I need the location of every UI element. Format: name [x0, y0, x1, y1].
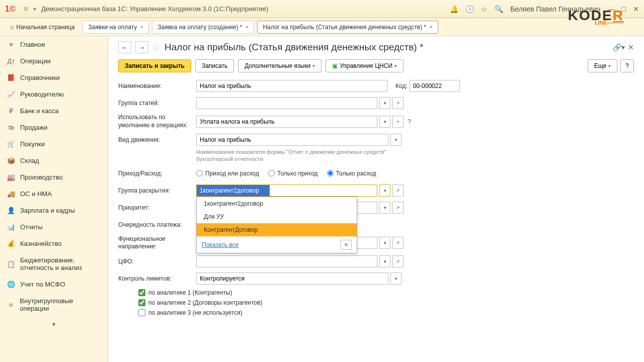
radio-both[interactable]: Приход или расход	[196, 170, 259, 177]
search-icon[interactable]: 🔍	[495, 5, 503, 13]
favorite-icon[interactable]: ☆	[152, 42, 160, 53]
add-button[interactable]: +	[341, 240, 352, 250]
open-icon[interactable]: ↗	[392, 202, 404, 214]
limit-label: Контроль лимитов:	[118, 275, 196, 282]
close-icon[interactable]: ✕	[633, 5, 639, 13]
dropdown-icon[interactable]: ▾	[379, 237, 390, 249]
home-tab[interactable]: ⌂ Начальная страница	[5, 21, 79, 34]
forward-button[interactable]: →	[135, 41, 148, 53]
sidebar-icon: 💰	[7, 240, 15, 247]
radio-in[interactable]: Только приход	[268, 170, 318, 177]
dropdown-item[interactable]: КонтрагентДоговор	[197, 223, 357, 236]
sidebar-item[interactable]: 📊Отчеты	[0, 219, 108, 235]
open-icon[interactable]: ↗	[392, 185, 404, 197]
languages-button[interactable]: Дополнительные языки	[238, 59, 321, 72]
default-op-input[interactable]	[196, 116, 377, 128]
sidebar-label: Продажи	[20, 124, 47, 131]
sidebar-item[interactable]: 🚚ОС и НМА	[0, 186, 108, 202]
sidebar-item[interactable]: 🛒Покупки	[0, 136, 108, 152]
logo-1c-icon: 1©	[5, 5, 16, 14]
dropdown-icon[interactable]: ▾	[33, 6, 36, 13]
limit-input[interactable]	[196, 273, 388, 285]
close-icon[interactable]: ×	[429, 24, 433, 31]
cnsi-button[interactable]: ▣ Управление ЦНСИ	[326, 59, 404, 72]
dropdown-icon[interactable]: ▾	[379, 185, 390, 197]
bell-icon[interactable]: 🔔	[450, 5, 458, 13]
dropdown-icon[interactable]: ▾	[379, 116, 390, 128]
in-out-label: Приход/Расход:	[118, 170, 196, 177]
help-icon[interactable]: ?	[408, 118, 411, 125]
radio-out[interactable]: Только расход	[327, 170, 376, 177]
sidebar-item[interactable]: 👤Зарплата и кадры	[0, 202, 108, 219]
group-input[interactable]	[196, 97, 377, 109]
toolbar: Записать и закрыть Записать Дополнительн…	[118, 59, 634, 72]
help-button[interactable]: ?	[620, 59, 634, 72]
priority-label: Приоритет:	[118, 204, 196, 211]
cfo-input[interactable]	[196, 255, 377, 267]
analytics2-checkbox[interactable]	[138, 299, 145, 306]
dropdown-icon[interactable]: ▾	[379, 202, 390, 214]
sidebar-item[interactable]: 🌐Учет по МСФО	[0, 276, 108, 293]
more-button[interactable]: Еще	[588, 59, 617, 72]
name-input[interactable]	[196, 80, 387, 92]
content: ← → ☆ Налог на прибыль (Статья движения …	[108, 36, 644, 362]
dropdown-item[interactable]: 1контрагент2договор	[197, 197, 357, 210]
user-name[interactable]: Беляев Павел Геннадьевич	[510, 5, 600, 13]
movement-input[interactable]	[196, 134, 388, 146]
sidebar-item[interactable]: 🏭Производство	[0, 169, 108, 186]
save-button[interactable]: Записать	[195, 59, 234, 72]
tab-request-new[interactable]: Заявка на оплату (создание) *×	[152, 21, 254, 34]
menu-icon[interactable]: ≡	[24, 5, 28, 14]
titlebar: 1© ≡ ▾ Демонстрационная база 1С: Управле…	[0, 0, 644, 18]
show-all-link[interactable]: Показать все	[202, 241, 238, 248]
sidebar-item[interactable]: 🛍Продажи	[0, 119, 108, 136]
cfo-label: ЦФО:	[118, 258, 196, 265]
dropdown-icon[interactable]: ▾	[379, 255, 390, 267]
code-input[interactable]	[410, 80, 460, 92]
sidebar-item[interactable]: 📕Справочники	[0, 69, 108, 86]
history-icon[interactable]: 🕓	[465, 5, 474, 13]
open-icon[interactable]: ↗	[392, 237, 404, 249]
sidebar-item[interactable]: 📦Склад	[0, 152, 108, 169]
close-icon[interactable]: ×	[140, 24, 143, 31]
disclosure-input[interactable]	[196, 185, 377, 197]
dropdown-item[interactable]: Для УУ	[197, 210, 357, 223]
clear-icon[interactable]: ×	[392, 116, 404, 128]
open-icon[interactable]: ↗	[392, 255, 404, 267]
minimize-icon[interactable]: —	[608, 5, 615, 13]
dropdown-icon[interactable]: ▾	[379, 97, 390, 109]
sidebar-expand[interactable]: ▾	[0, 317, 108, 332]
dropdown-icon[interactable]: ▾	[390, 134, 401, 146]
group-label: Группа статей:	[118, 100, 196, 107]
sidebar-item[interactable]: 📋Бюджетирование, отчетность и анализ	[0, 252, 108, 276]
dropdown-icon[interactable]: ▾	[390, 273, 401, 285]
analytics3-checkbox[interactable]	[138, 309, 145, 316]
tab-tax[interactable]: Налог на прибыль (Статья движения денежн…	[257, 21, 438, 34]
sidebar-icon: ₽	[7, 107, 15, 115]
sidebar-item[interactable]: ≡Главное	[0, 36, 108, 53]
open-icon[interactable]: ↗	[392, 97, 404, 109]
save-close-button[interactable]: Записать и закрыть	[118, 59, 191, 72]
back-button[interactable]: ←	[118, 41, 131, 53]
sidebar-label: Внутригрупповые операции	[20, 297, 101, 312]
sidebar-item[interactable]: 📈Руководителю	[0, 86, 108, 103]
in-out-radio-group: Приход или расход Только приход Только р…	[196, 170, 376, 177]
sidebar-item[interactable]: ⚛Внутригрупповые операции	[0, 293, 108, 317]
code-label: Код:	[395, 82, 408, 89]
maximize-icon[interactable]: □	[622, 5, 626, 13]
sidebar-item[interactable]: ДтОперации	[0, 53, 108, 69]
tab-requests[interactable]: Заявки на оплату×	[83, 21, 149, 34]
sidebar-label: ОС и НМА	[20, 190, 52, 198]
sidebar-label: Главное	[20, 41, 45, 48]
analytics1-checkbox[interactable]	[138, 289, 145, 296]
sidebar-label: Отчеты	[20, 223, 43, 231]
sidebar-item[interactable]: 💰Казначейство	[0, 235, 108, 252]
sidebar-label: Справочники	[20, 74, 60, 81]
close-icon[interactable]: ×	[245, 24, 249, 31]
close-page-icon[interactable]: ✕	[628, 43, 634, 51]
link-icon[interactable]: 🔗▾	[613, 43, 625, 51]
sidebar-item[interactable]: ₽Банк и касса	[0, 103, 108, 119]
sidebar-icon: Дт	[7, 57, 15, 65]
sidebar-label: Казначейство	[20, 240, 61, 247]
star-icon[interactable]: ☆	[481, 5, 488, 13]
